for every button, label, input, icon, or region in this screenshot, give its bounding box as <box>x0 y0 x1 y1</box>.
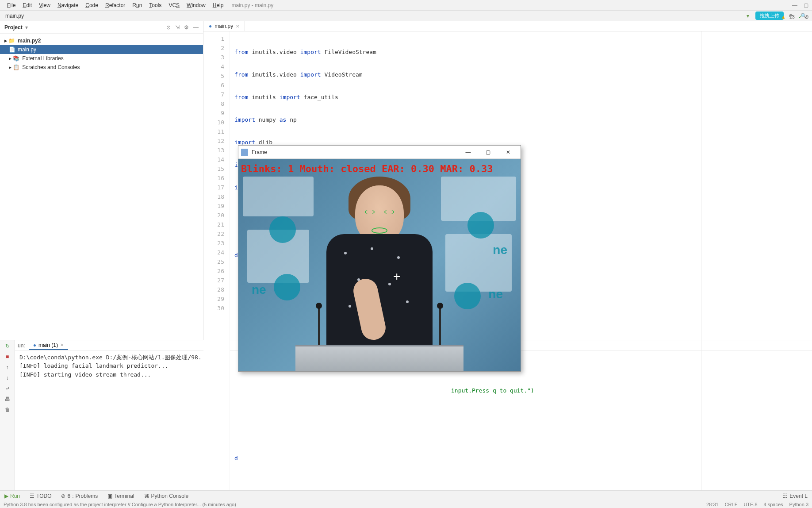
tree-external-libraries[interactable]: ▸ 📚 External Libraries <box>0 54 203 63</box>
tree-root[interactable]: ▸ 📁 main.py2 <box>0 36 203 45</box>
frame-maximize-button[interactable]: ▢ <box>478 146 498 158</box>
toolbar-problems[interactable]: ⊘ 6: Problems <box>59 493 100 499</box>
chevron-down-icon[interactable]: ▾ <box>25 24 28 31</box>
locate-icon[interactable]: ⊙ <box>166 24 171 31</box>
python-icon: ⌘ <box>144 493 149 499</box>
toolbar-terminal[interactable]: ▣ Terminal <box>106 493 136 499</box>
close-icon[interactable]: ✕ <box>236 24 239 29</box>
menubar: FFileile Edit View Navigate Code Refacto… <box>0 0 812 11</box>
run-label: un: <box>18 343 29 349</box>
folder-icon: ▸ 📁 <box>4 38 15 44</box>
menu-tools[interactable]: Tools <box>146 2 165 8</box>
toolbar-event-log[interactable]: ☷ Event L <box>781 493 809 499</box>
editor-tab-main[interactable]: ● main.py ✕ <box>203 21 245 31</box>
menu-navigate[interactable]: Navigate <box>54 2 82 8</box>
collapse-icon[interactable]: ⇲ <box>175 24 180 31</box>
frame-minimize-button[interactable]: — <box>458 146 478 158</box>
terminal-icon: ▣ <box>107 493 112 499</box>
project-tool-title[interactable]: Project <box>4 24 23 31</box>
menu-vcs[interactable]: VCS <box>165 2 183 8</box>
library-icon: ▸ 📚 <box>9 55 19 62</box>
menu-refactor[interactable]: Refactor <box>102 2 129 8</box>
stop-icon[interactable]: ■ <box>6 354 9 360</box>
python-file-icon: 📄 <box>9 46 15 53</box>
frame-video: ne ne ne Blinks: 1 <box>238 159 521 371</box>
status-python[interactable]: Python 3 <box>789 502 808 507</box>
run-icon: ▶ <box>4 493 8 499</box>
menu-help[interactable]: Help <box>209 2 227 8</box>
python-run-icon: ● <box>33 342 36 348</box>
detected-person <box>322 177 437 371</box>
trash-icon[interactable]: 🗑 <box>5 407 10 413</box>
menu-file[interactable]: FFileile <box>4 2 19 8</box>
event-log-icon: ☷ <box>783 493 788 499</box>
cursor-crosshair: + <box>393 269 400 284</box>
frame-close-button[interactable]: ✕ <box>498 146 518 158</box>
frame-app-icon <box>241 149 248 156</box>
todo-icon: ☰ <box>30 493 34 499</box>
menu-window[interactable]: Window <box>183 2 209 8</box>
maximize-icon[interactable]: ▢ <box>804 2 808 8</box>
toolbar-python-console[interactable]: ⌘ Python Console <box>142 493 191 499</box>
close-icon[interactable]: ✕ <box>60 343 64 347</box>
toolbar-todo[interactable]: ☰ TODO <box>28 493 53 499</box>
python-file-icon: ● <box>209 23 212 29</box>
upload-badge[interactable]: 拖拽上传 <box>755 12 784 20</box>
frame-title: Frame <box>252 149 267 155</box>
print-icon[interactable]: 🖶 <box>5 396 10 402</box>
status-indent[interactable]: 4 spaces <box>764 502 783 507</box>
detection-overlay-text: Blinks: 1 Mouth: closed EAR: 0.30 MAR: 0… <box>241 163 493 174</box>
minimize-icon[interactable]: — <box>792 2 797 8</box>
mouth-landmark <box>372 227 387 234</box>
tree-file-main[interactable]: 📄 main.py <box>0 45 203 54</box>
status-message[interactable]: Python 3.8 has been configured as the pr… <box>4 502 236 507</box>
bottom-toolbar: ▶ Run ☰ TODO ⊘ 6: Problems ▣ Terminal ⌘ … <box>0 490 812 501</box>
breadcrumb-file[interactable]: main.py <box>4 13 26 19</box>
gear-icon[interactable]: ⚙ <box>184 24 189 31</box>
menu-run[interactable]: Run <box>129 2 146 8</box>
breadcrumb-bar: main.py ▾ 拖拽上传 ⟳ 🔍 <box>0 11 812 21</box>
project-sidebar: Project ▾ ⊙ ⇲ ⚙ — ▸ 📁 main.py2 📄 main.py… <box>0 21 203 340</box>
status-position[interactable]: 28:31 <box>706 502 719 507</box>
up-icon[interactable]: ↑ <box>6 364 9 370</box>
frame-titlebar[interactable]: Frame — ▢ ✕ <box>238 146 521 159</box>
podium <box>295 345 463 371</box>
opencv-frame-window[interactable]: Frame — ▢ ✕ ne ne ne <box>238 145 521 372</box>
status-bar: Python 3.8 has been configured as the pr… <box>0 501 812 508</box>
status-encoding[interactable]: UTF-8 <box>743 502 757 507</box>
problems-icon: ⊘ <box>61 493 65 499</box>
add-config-icon[interactable]: ▾ <box>743 11 753 21</box>
project-tree: ▸ 📁 main.py2 📄 main.py ▸ 📚 External Libr… <box>0 34 203 74</box>
menu-code[interactable]: Code <box>82 2 102 8</box>
run-toolbar: ↻ ■ ↑ ↓ ⤶ 🖶 🗑 <box>0 340 15 508</box>
scratch-icon: ▸ 📋 <box>9 64 19 70</box>
menu-edit[interactable]: Edit <box>19 2 35 8</box>
line-gutter: 1 2 3 4 5 6 7 8 9 10 11 12 13 14 15 16 1… <box>203 31 230 508</box>
toolbar-run[interactable]: ▶ Run <box>3 493 22 499</box>
menu-view[interactable]: View <box>35 2 54 8</box>
left-eye-landmark <box>365 210 375 214</box>
editor-inspections[interactable]: ▲ 13 ✓ 9 <box>781 14 808 20</box>
tree-scratches[interactable]: ▸ 📋 Scratches and Consoles <box>0 63 203 72</box>
right-eye-landmark <box>384 210 394 214</box>
window-title: main.py - main.py <box>231 2 273 8</box>
status-eol[interactable]: CRLF <box>725 502 738 507</box>
hide-icon[interactable]: — <box>193 24 199 31</box>
rerun-icon[interactable]: ↻ <box>5 343 10 349</box>
check-icon: ✓ <box>798 14 802 20</box>
wrap-icon[interactable]: ⤶ <box>5 385 10 392</box>
run-tab-main[interactable]: ● main (1) ✕ <box>29 341 68 350</box>
down-icon[interactable]: ↓ <box>6 375 9 381</box>
warning-icon: ▲ <box>781 14 786 20</box>
